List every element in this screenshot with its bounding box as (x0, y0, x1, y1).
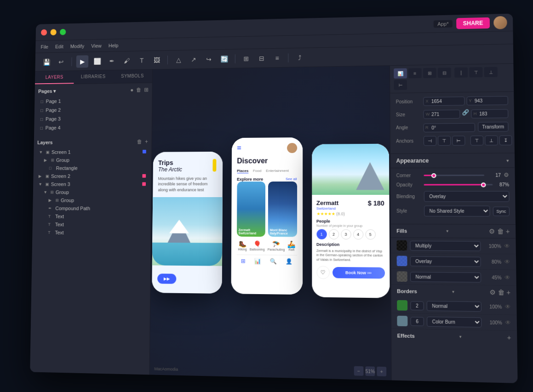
anchor-btn-5[interactable]: ⊥ (485, 135, 498, 145)
tab-libraries[interactable]: LIBRARIES (74, 70, 113, 83)
border-size-2[interactable] (410, 316, 424, 325)
toolbar-save[interactable]: 💾 (40, 56, 52, 68)
corner-settings-icon[interactable]: ⚙ (504, 171, 509, 178)
border-eye-1[interactable]: 👁 (504, 303, 510, 310)
toolbar-arrow[interactable]: ↗ (187, 53, 200, 66)
canvas-area[interactable]: Trips The Arctic Mountain hikes give you… (149, 66, 391, 380)
layer-group1[interactable]: ▶ ⊞ Group (37, 155, 148, 164)
effects-add-btn[interactable]: + (507, 334, 511, 341)
corner-slider-thumb[interactable] (431, 173, 436, 177)
nav-profile[interactable]: 👤 (285, 258, 292, 264)
fill-eye-3[interactable]: 👁 (504, 274, 510, 281)
layer-compound[interactable]: ✒ Compound Path (36, 204, 147, 212)
position-y-input[interactable] (466, 96, 508, 105)
fill-blend-2[interactable]: Overlay Multiply Normal (410, 256, 481, 267)
phone3-fav-btn[interactable]: ♡ (316, 266, 329, 279)
phone2-card-1[interactable]: ZermattSwitzerland (236, 181, 265, 236)
fills-delete-btn[interactable]: 🗑 (497, 227, 504, 235)
toolbar-rotate[interactable]: 🔄 (218, 52, 230, 65)
toolbar-align[interactable]: ⊟ (255, 51, 268, 64)
border-eye-2[interactable]: 👁 (505, 319, 511, 326)
anchor-btn-1[interactable]: ⊣ (423, 136, 436, 145)
nav-home[interactable]: ⊞ (241, 257, 245, 264)
borders-add-btn[interactable]: + (506, 288, 510, 296)
transform-button[interactable]: Transform (477, 122, 508, 132)
opacity-slider-thumb[interactable] (481, 182, 486, 187)
person-btn-3[interactable]: 3 (340, 229, 350, 239)
fills-settings-btn[interactable]: ⚙ (488, 227, 495, 235)
border-type-2[interactable]: Color Burn Normal (426, 316, 481, 327)
layer-text2[interactable]: T Text (36, 220, 147, 229)
anchor-btn-4[interactable]: ⊤ (470, 136, 483, 146)
corner-slider-track[interactable] (424, 174, 484, 176)
opacity-slider-track[interactable] (424, 184, 493, 185)
page-item-1[interactable]: □ Page 1 (38, 95, 148, 105)
angle-r-input[interactable] (423, 123, 475, 132)
phone2-card-2[interactable]: Mont BlancItaly/France (268, 181, 297, 237)
phone-frame-3[interactable]: Zermatt Switzerland ★★★★★ (8.0) $ 180 Pe… (311, 143, 389, 298)
anchor-btn-3[interactable]: ⊢ (452, 136, 465, 146)
phone1-arrow-btn[interactable]: ▶▶ (157, 273, 176, 283)
minimize-button[interactable] (50, 28, 56, 35)
toolbar-image[interactable]: 🖼 (150, 53, 163, 66)
zoom-in[interactable]: + (377, 366, 386, 376)
border-swatch-1[interactable] (397, 300, 407, 310)
layer-screen3[interactable]: ▼ ▣ Screen 3 (36, 180, 147, 188)
layer-screen2[interactable]: ▶ ▣ Screen 2 (36, 171, 147, 180)
toolbar-triangle[interactable]: △ (172, 53, 184, 66)
tab-layers[interactable]: LAYERS (34, 71, 73, 84)
phone3-book-btn[interactable]: Book Now ››› (332, 267, 384, 278)
toolbar-dist[interactable]: ≡ (270, 51, 283, 64)
anchor-btn-2[interactable]: ⊤ (437, 136, 450, 146)
person-btn-5[interactable]: 5 (365, 229, 375, 239)
phone2-tab-entertainment[interactable]: Entertainment (266, 168, 289, 173)
toolbar-export[interactable]: ⤴ (293, 51, 306, 64)
rp-tab-align[interactable]: ≡ (408, 68, 421, 78)
border-size-1[interactable] (410, 301, 424, 310)
layer-text3[interactable]: T Text (35, 228, 147, 237)
toolbar-paint[interactable]: 🖌 (120, 54, 133, 66)
fill-eye-2[interactable]: 👁 (504, 258, 510, 265)
layer-group3[interactable]: ▼ ⊞ Group (36, 188, 147, 196)
style-select[interactable]: No Shared Style Shared Style (424, 205, 490, 216)
person-btn-2[interactable]: 2 (328, 229, 338, 239)
phone-frame-2[interactable]: = Discover Places Food Entertainment Exp… (231, 137, 303, 294)
toolbar-select[interactable]: ▶ (76, 55, 88, 67)
layer-rect1[interactable]: □ Rectangle (37, 164, 148, 172)
phone-frame-1[interactable]: Trips The Arctic Mountain hikes give you… (151, 151, 222, 293)
layers-add[interactable]: + (144, 138, 148, 145)
position-x-input[interactable] (423, 97, 464, 106)
fill-blend-3[interactable]: Normal Multiply Overlay (410, 272, 481, 282)
blending-select[interactable]: Overlay Normal Multiply (424, 191, 509, 202)
menu-edit[interactable]: Edit (55, 43, 63, 49)
anchor-btn-6[interactable]: ↧ (499, 135, 512, 145)
layer-screen1[interactable]: ▼ ▣ Screen 1 (37, 148, 148, 156)
fill-swatch-3[interactable] (396, 271, 407, 282)
toolbar-text[interactable]: T (135, 54, 148, 67)
layer-text1[interactable]: T Text (36, 212, 147, 220)
layers-delete[interactable]: 🗑 (137, 138, 142, 145)
rp-tab-vert1[interactable]: ⊤ (469, 67, 482, 77)
fill-blend-1[interactable]: Multiply Overlay Normal (410, 240, 481, 251)
phone2-tab-food[interactable]: Food (253, 168, 261, 173)
fills-add-btn[interactable]: + (505, 227, 510, 235)
border-swatch-2[interactable] (397, 315, 407, 326)
menu-modify[interactable]: Modify (70, 43, 84, 49)
maximize-button[interactable] (60, 28, 66, 35)
rp-tab-vert2[interactable]: ⊥ (484, 67, 498, 77)
rp-tab-chart[interactable]: 📊 (394, 68, 407, 78)
menu-view[interactable]: View (91, 43, 102, 48)
fill-swatch-2[interactable] (396, 256, 407, 266)
toolbar-undo[interactable]: ↩ (55, 55, 67, 68)
zoom-level[interactable]: 51% (365, 366, 375, 376)
toolbar-pen[interactable]: ✒ (105, 54, 118, 67)
borders-delete-btn[interactable]: 🗑 (498, 288, 504, 296)
page-item-4[interactable]: □ Page 4 (37, 122, 148, 132)
fill-swatch-1[interactable] (396, 240, 407, 250)
close-button[interactable] (40, 29, 46, 35)
layer-group3-inner[interactable]: ▶ ⊞ Group (36, 196, 148, 205)
rp-tab-layout[interactable]: ⊞ (423, 68, 436, 78)
pages-add[interactable]: ⊞ (144, 86, 149, 93)
menu-help[interactable]: Help (108, 42, 118, 48)
person-btn-1[interactable]: 1 (316, 229, 326, 239)
